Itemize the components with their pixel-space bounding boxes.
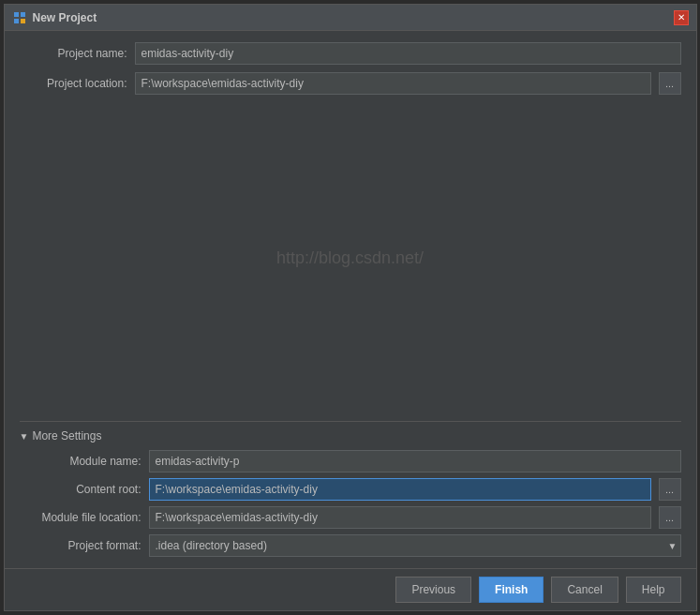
watermark-area: http://blog.csdn.net/ [20,102,681,413]
expand-arrow-icon: ▼ [20,431,29,442]
content-root-input[interactable] [149,478,651,501]
content-root-row: Content root: ... [20,478,681,501]
cancel-button[interactable]: Cancel [551,577,618,603]
content-root-label: Content root: [20,483,141,496]
project-location-row: Project location: ... [20,72,681,95]
more-settings-section: ▼ More Settings Module name: Content roo… [20,421,681,557]
project-format-label: Project format: [20,539,141,552]
dialog-body: Project name: Project location: ... http… [5,31,696,568]
project-format-row: Project format: .idea (directory based) … [20,534,681,557]
finish-button[interactable]: Finish [479,577,544,603]
project-location-label: Project location: [20,77,127,90]
content-root-browse-button[interactable]: ... [659,478,681,501]
new-project-dialog: New Project ✕ Project name: Project loca… [4,4,697,611]
svg-rect-3 [21,19,25,23]
more-settings-label: More Settings [32,429,101,442]
module-name-row: Module name: [20,450,681,472]
title-bar-left: New Project [12,10,97,25]
help-button[interactable]: Help [626,577,681,603]
previous-button[interactable]: Previous [395,577,471,603]
app-icon [12,10,27,25]
more-settings-header[interactable]: ▼ More Settings [20,429,681,442]
close-button[interactable]: ✕ [674,10,689,25]
dialog-footer: Previous Finish Cancel Help [5,568,696,610]
module-file-location-browse-button[interactable]: ... [659,506,681,529]
module-file-location-input[interactable] [149,506,651,529]
project-format-select-wrapper: .idea (directory based) ▼ [149,534,681,557]
svg-rect-1 [21,12,25,17]
title-bar: New Project ✕ [5,5,696,31]
module-file-location-row: Module file location: ... [20,506,681,529]
module-file-location-label: Module file location: [20,511,141,524]
watermark-text: http://blog.csdn.net/ [276,248,424,268]
more-settings-content: Module name: Content root: ... Module fi… [20,450,681,557]
module-name-input[interactable] [149,450,681,472]
project-name-label: Project name: [20,47,127,60]
svg-rect-2 [14,19,19,23]
svg-rect-0 [14,12,19,17]
project-format-select[interactable]: .idea (directory based) [149,534,681,557]
dialog-title: New Project [33,11,97,24]
project-location-browse-button[interactable]: ... [659,72,681,95]
project-location-input[interactable] [135,72,651,95]
module-name-label: Module name: [20,455,141,468]
project-name-row: Project name: [20,42,681,65]
project-name-input[interactable] [135,42,681,65]
